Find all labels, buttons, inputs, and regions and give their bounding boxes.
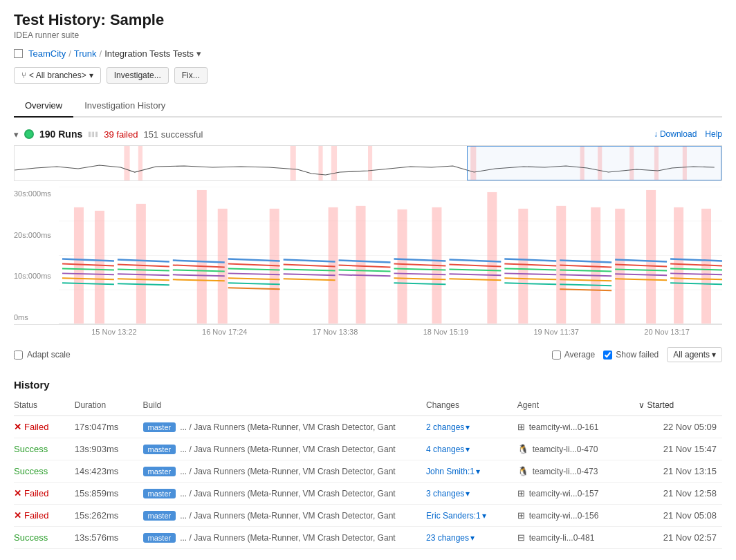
sort-icon: ∨ (638, 400, 647, 410)
row-build: master... / Java Runners (Meta-Runner, V… (143, 527, 426, 549)
build-branch-badge[interactable]: master (143, 489, 176, 498)
build-path: ... / Java Runners (Meta-Runner, VM Cras… (180, 467, 395, 476)
x-icon: ✕ (14, 510, 21, 521)
changes-link[interactable]: 2 changes ▾ (426, 422, 512, 432)
th-started-text: Started (647, 400, 674, 410)
y-label-10s: 10s:000ms (14, 272, 59, 280)
show-failed-text: Show failed (616, 350, 659, 360)
chart-options: Adapt scale Average Show failed All agen… (14, 344, 722, 365)
breadcrumb-current: Integration Tests Tests (104, 48, 194, 59)
adapt-scale-label[interactable]: Adapt scale (14, 350, 71, 360)
table-row: ✕ Failed17s:047msmaster... / Java Runner… (14, 416, 722, 438)
mini-chart-container (14, 145, 722, 181)
row-started: 22 Nov 05:09 (638, 416, 722, 438)
average-checkbox[interactable] (552, 351, 561, 360)
chart-bars-area (59, 187, 722, 324)
breadcrumb-teamcity[interactable]: TeamCity (28, 48, 66, 59)
svg-rect-25 (397, 209, 407, 324)
build-branch-badge[interactable]: master (143, 467, 176, 476)
changes-link[interactable]: 3 changes ▾ (426, 489, 512, 498)
main-chart: 30s:000ms 20s:000ms 10s:000ms 0ms (14, 187, 722, 325)
svg-line-88 (560, 274, 611, 276)
svg-line-46 (118, 283, 169, 285)
changes-link[interactable]: 4 changes ▾ (426, 445, 512, 454)
agent-cell: ⊞teamcity-wi...0-157 (517, 488, 634, 498)
th-started[interactable]: ∨ Started (638, 398, 722, 416)
build-path: ... / Java Runners (Meta-Runner, VM Cras… (180, 489, 395, 498)
breadcrumb-checkbox (14, 49, 23, 58)
row-agent: ⊞teamcity-wi...0-161 (517, 416, 639, 438)
breadcrumb-dropdown-icon[interactable]: ▾ (196, 48, 201, 59)
investigate-button[interactable]: Investigate... (107, 67, 169, 84)
row-duration: 17s:047ms (75, 416, 143, 438)
row-changes: 3 changes ▾ (426, 483, 517, 505)
status-failed-badge: ✕ Failed (14, 488, 69, 498)
show-failed-label[interactable]: Show failed (603, 350, 659, 360)
changes-link[interactable]: 23 changes ▾ (426, 533, 512, 543)
svg-rect-27 (487, 192, 497, 324)
changes-chevron-icon: ▾ (466, 445, 470, 454)
row-agent: 🐧teamcity-li...0-470 (517, 438, 639, 460)
fix-button[interactable]: Fix... (174, 67, 208, 84)
row-started: 21 Nov 02:57 (638, 527, 722, 549)
status-dot (24, 129, 34, 139)
row-duration: 13s:903ms (75, 438, 143, 460)
row-started: 21 Nov 13:15 (638, 460, 722, 483)
row-changes: 23 changes ▾ (426, 527, 517, 549)
build-branch-badge[interactable]: master (143, 445, 176, 454)
row-status: ✕ Failed (14, 505, 75, 527)
tab-overview[interactable]: Overview (14, 95, 73, 118)
svg-line-61 (284, 269, 335, 270)
table-row: Success13s:576msmaster... / Java Runners… (14, 527, 722, 549)
x-label-15nov: 15 Nov 13:22 (59, 328, 169, 336)
show-failed-checkbox[interactable] (603, 351, 612, 360)
row-agent: 🐧teamcity-li...0-473 (517, 460, 639, 483)
tabs: Overview Investigation History (14, 95, 722, 118)
svg-line-81 (504, 268, 556, 270)
svg-line-63 (284, 279, 335, 280)
linux-icon: 🐧 (517, 466, 528, 476)
mini-chart[interactable] (14, 145, 722, 181)
th-changes: Changes (426, 398, 517, 416)
table-header: Status Duration Build Changes Agent ∨ St… (14, 398, 722, 416)
x-label-16nov: 16 Nov 17:24 (169, 328, 280, 336)
summary-chevron[interactable]: ▾ (14, 129, 19, 140)
history-table: Status Duration Build Changes Agent ∨ St… (14, 398, 722, 549)
row-build: master... / Java Runners (Meta-Runner, V… (143, 505, 426, 527)
page-subtitle: IDEA runner suite (14, 30, 722, 40)
svg-rect-21 (218, 209, 228, 324)
changes-chevron-icon: ▾ (482, 511, 486, 521)
changes-link[interactable]: Eric Sanders:1 ▾ (426, 511, 512, 521)
help-link[interactable]: Help (705, 129, 722, 139)
svg-line-80 (504, 263, 556, 265)
agents-button[interactable]: All agents ▾ (667, 347, 722, 362)
linux-icon: 🐧 (517, 444, 528, 454)
row-agent: ⊞teamcity-wi...0-156 (517, 505, 639, 527)
main-chart-svg (59, 187, 722, 324)
branches-button[interactable]: ⑂ < All branches> ▾ (14, 67, 101, 84)
success-count: 151 successful (143, 129, 203, 140)
build-branch-badge[interactable]: master (143, 422, 176, 432)
svg-line-36 (62, 263, 114, 265)
status-success-badge: Success (14, 466, 48, 476)
x-icon: ✕ (14, 488, 21, 498)
changes-link[interactable]: John Smith:1 ▾ (426, 467, 512, 476)
agent-cell: 🐧teamcity-li...0-473 (517, 466, 634, 476)
agent-cell: ⊟teamcity-li...0-481 (517, 532, 634, 543)
x-icon: ✕ (14, 422, 21, 432)
row-changes: John Smith:1 ▾ (426, 460, 517, 483)
svg-rect-18 (95, 211, 104, 324)
mini-chart-selection[interactable] (467, 146, 721, 180)
breadcrumb-trunk[interactable]: Trunk (74, 48, 97, 59)
adapt-scale-checkbox[interactable] (14, 351, 23, 360)
x-label-20nov: 20 Nov 13:17 (611, 328, 722, 336)
build-branch-badge[interactable]: master (143, 511, 176, 521)
build-branch-badge[interactable]: master (143, 533, 176, 543)
download-link[interactable]: ↓ Download (654, 129, 697, 139)
summary-row: ▾ 190 Runs ⦀⦀⦀ 39 failed 151 successful … (14, 129, 722, 140)
th-status: Status (14, 398, 75, 416)
tab-investigation[interactable]: Investigation History (73, 95, 176, 118)
average-label[interactable]: Average (552, 350, 595, 360)
th-agent: Agent (517, 398, 639, 416)
th-duration: Duration (75, 398, 143, 416)
